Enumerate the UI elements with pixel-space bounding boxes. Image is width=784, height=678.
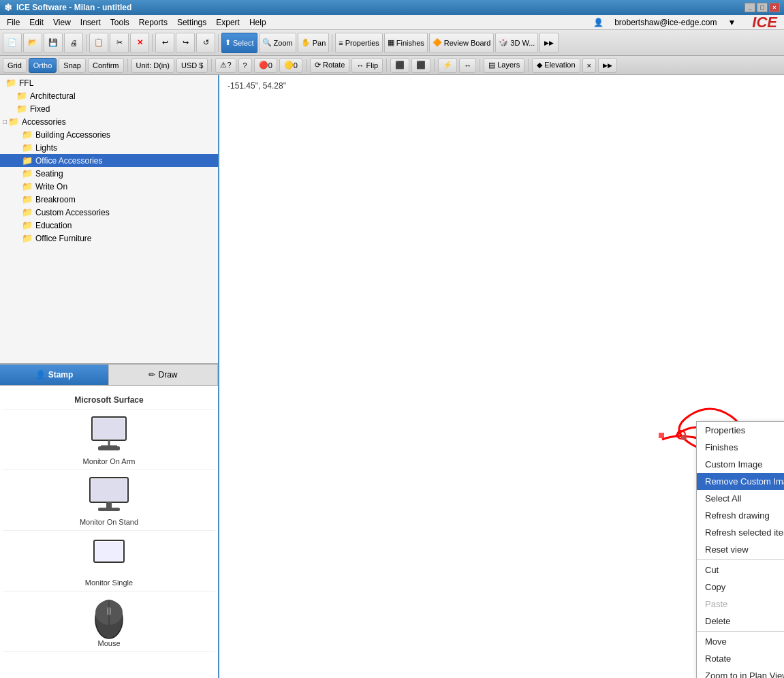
tree-item-education[interactable]: 📁 Education [0, 219, 218, 232]
more-button[interactable]: ▶▶ [598, 58, 617, 73]
review-board-button[interactable]: 🔶 Review Board [429, 33, 494, 53]
3d-view-button[interactable]: 🎲 3D W... [495, 33, 538, 53]
cm-properties[interactable]: Properties [697, 422, 784, 439]
tree-item-architectural[interactable]: 📁 Architectural [0, 89, 218, 102]
menu-insert[interactable]: Insert [76, 16, 105, 29]
tree-item-write-on[interactable]: 📁 Write On [0, 180, 218, 193]
product-label-monitor-stand: Monitor On Stand [80, 518, 138, 526]
confirm-button[interactable]: Confirm [88, 58, 124, 73]
distribute-button[interactable]: ↔ [459, 58, 476, 73]
cm-custom-image[interactable]: Custom Image [697, 456, 784, 473]
warning-count[interactable]: 🟡 0 [279, 58, 302, 73]
folder-icon: 📁 [22, 220, 33, 230]
finishes-button[interactable]: ▦ Finishes [384, 33, 428, 53]
layers-button[interactable]: ▤ Layers [484, 58, 524, 73]
close-button[interactable]: × [769, 3, 780, 12]
user-dropdown-icon[interactable]: ▼ [723, 16, 740, 29]
redo-button[interactable]: ↪ [176, 33, 195, 53]
lightning-button[interactable]: ⚡ [438, 58, 457, 73]
elevation-button[interactable]: ◆ Elevation [532, 58, 580, 73]
menu-reports[interactable]: Reports [135, 16, 172, 29]
cm-refresh-drawing[interactable]: Refresh drawing [697, 507, 784, 524]
menu-help[interactable]: Help [245, 16, 270, 29]
menu-view[interactable]: View [49, 16, 75, 29]
align-right-button[interactable]: ⬛ [411, 58, 430, 73]
folder-icon: 📁 [22, 207, 33, 217]
app-icon: ❄ [4, 2, 12, 13]
tree-item-office-furn[interactable]: 📁 Office Furniture [0, 232, 218, 245]
tree-item-fixed[interactable]: 📁 Fixed [0, 102, 218, 115]
tree-item-building-acc[interactable]: 📁 Building Accessories [0, 128, 218, 141]
error-count[interactable]: 🔴 0 [254, 58, 277, 73]
product-label-monitor-arm: Monitor On Arm [82, 457, 135, 465]
cm-rotate[interactable]: Rotate [697, 650, 784, 667]
cm-finishes[interactable]: Finishes [697, 439, 784, 456]
pan-button[interactable]: ✋ Pan [298, 33, 330, 53]
product-header-label: Microsoft Surface [74, 395, 143, 405]
maximize-button[interactable]: □ [757, 3, 768, 12]
snap-button[interactable]: Snap [59, 58, 86, 73]
grid-button[interactable]: Grid [3, 58, 27, 73]
cm-remove-custom-image[interactable]: Remove Custom Image [697, 473, 784, 490]
cm-delete[interactable]: Delete [697, 613, 784, 630]
more-tools-button[interactable]: ▶▶ [539, 33, 559, 53]
menu-tools[interactable]: Tools [106, 16, 134, 29]
zoom-button[interactable]: 🔍 Zoom [259, 33, 296, 53]
cm-select-all[interactable]: Select All [697, 490, 784, 507]
ortho-button[interactable]: Ortho [29, 58, 57, 73]
new-button[interactable]: 📄 [3, 33, 22, 53]
tree-item-ffl[interactable]: 📁 FFL [0, 76, 218, 89]
cm-move[interactable]: Move [697, 633, 784, 650]
rotate-toolbar-button[interactable]: ⟳ Rotate [310, 58, 349, 73]
help-btn[interactable]: ? [238, 58, 252, 73]
toolbar-sep-1 [86, 34, 87, 52]
cm-cut[interactable]: Cut [697, 561, 784, 579]
align-left-button[interactable]: ⬛ [390, 58, 409, 73]
menu-bar: File Edit View Insert Tools Reports Sett… [0, 15, 784, 30]
cut-button[interactable]: ✂ [110, 33, 129, 53]
menu-expert[interactable]: Expert [212, 16, 244, 29]
stamp-tab[interactable]: 👤 Stamp [0, 365, 109, 385]
canvas-area[interactable]: -151.45", 54.28" Properties Finishes Cus… [219, 75, 784, 678]
product-item-monitor-stand[interactable]: Monitor On Stand [3, 470, 215, 531]
product-item-monitor-single[interactable]: Monitor Single [3, 531, 215, 591]
toolbar-sep-4 [332, 34, 332, 52]
undo-button[interactable]: ↩ [155, 33, 174, 53]
menu-edit[interactable]: Edit [25, 16, 48, 29]
product-item-mouse[interactable]: Mouse [3, 591, 215, 652]
menu-settings[interactable]: Settings [173, 16, 210, 29]
minimize-button[interactable]: _ [744, 3, 755, 12]
folder-icon: 📁 [22, 168, 33, 179]
tree-label-building-acc: Building Accessories [35, 130, 110, 140]
cm-copy[interactable]: Copy [697, 579, 784, 596]
tree-item-accessories[interactable]: □ 📁 Accessories [0, 115, 218, 128]
delete-button[interactable]: ✕ [130, 33, 149, 53]
currency-button[interactable]: USD $ [176, 58, 208, 73]
menu-file[interactable]: File [3, 16, 24, 29]
print-button[interactable]: 🖨 [64, 33, 83, 53]
refresh-button[interactable]: ↺ [196, 33, 215, 53]
product-item-monitor-arm[interactable]: Monitor On Arm [3, 410, 215, 470]
unit-button[interactable]: Unit: D(in) [131, 58, 175, 73]
cm-zoom-plan[interactable]: Zoom to in Plan View [697, 667, 784, 678]
user-email[interactable]: brobertshaw@ice-edge.com [610, 16, 721, 29]
open-button[interactable]: 📂 [23, 33, 42, 53]
tree-label-ffl: FFL [19, 78, 33, 88]
save-button[interactable]: 💾 [44, 33, 63, 53]
tree-item-office-acc[interactable]: 📁 Office Accessories [0, 154, 218, 167]
refresh-icon: ↺ [203, 38, 209, 47]
product-header-microsoft-surface: Microsoft Surface [3, 388, 215, 410]
toolbar-copy-button[interactable]: 📋 [89, 33, 108, 53]
warning-button[interactable]: ⚠? [215, 58, 236, 73]
close-x-button[interactable]: × [582, 58, 596, 73]
flip-button[interactable]: ↔ Flip [351, 58, 383, 73]
select-tool-button[interactable]: ⬆ Select [221, 33, 257, 53]
cm-refresh-selected[interactable]: Refresh selected items [697, 524, 784, 541]
properties-button[interactable]: ≡ Properties [335, 33, 383, 53]
tree-item-lights[interactable]: 📁 Lights [0, 141, 218, 154]
tree-item-seating[interactable]: 📁 Seating [0, 167, 218, 180]
tree-item-breakroom[interactable]: 📁 Breakroom [0, 193, 218, 206]
tree-item-custom-acc[interactable]: 📁 Custom Accessories [0, 206, 218, 219]
draw-tab[interactable]: ✏ Draw [109, 365, 218, 385]
cm-reset-view[interactable]: Reset view [697, 541, 784, 558]
